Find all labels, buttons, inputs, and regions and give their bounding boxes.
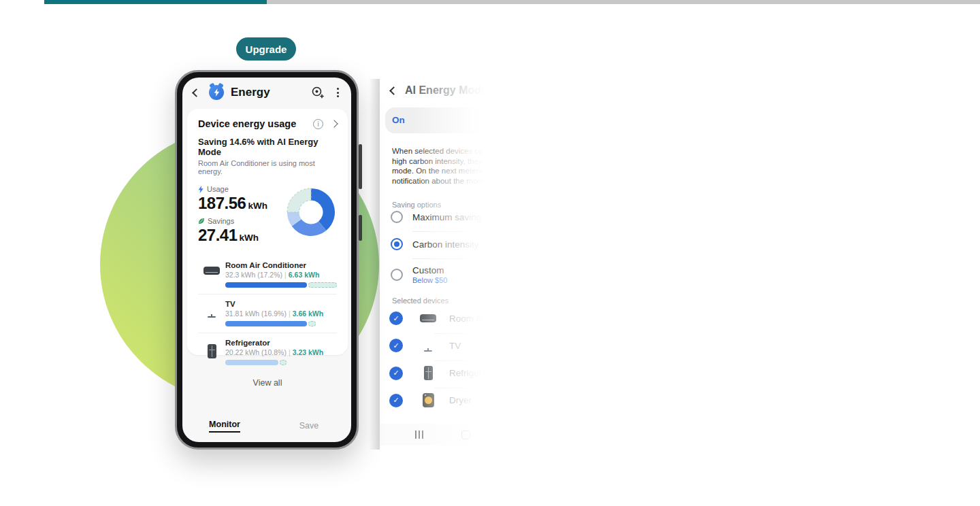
selected-device-dryer[interactable]: ✓Dryer xyxy=(389,393,487,407)
selected-device-room-air-conditioner[interactable]: ✓Room Air Conditioner xyxy=(389,311,487,325)
device-name: Room Air Conditioner xyxy=(225,261,337,269)
selected-device-tv[interactable]: ✓TV xyxy=(389,339,487,352)
radio-icon[interactable] xyxy=(391,211,403,223)
description-line: mode. On the next metering date, y xyxy=(392,166,487,176)
option-custom[interactable]: CustomBelow $50 xyxy=(391,265,487,284)
device-stats: 31.81 kWh (16.9%)|3.66 kWh xyxy=(225,309,337,318)
ai-mode-description: When selected devices operate at a high … xyxy=(392,146,487,186)
bolt-icon xyxy=(198,186,204,193)
device-label: Room Air Conditioner xyxy=(449,314,487,324)
tab-save[interactable]: Save xyxy=(267,415,351,437)
device-usage-list: Room Air Conditioner32.3 kWh (17.2%)|6.6… xyxy=(198,256,337,371)
info-icon[interactable]: i xyxy=(313,119,323,129)
checkmark-icon[interactable]: ✓ xyxy=(389,339,403,352)
card-title: Device energy usage xyxy=(198,118,313,129)
carousel-indicator-inactive[interactable] xyxy=(267,0,980,4)
divider xyxy=(434,388,487,388)
ac-icon xyxy=(203,267,220,275)
energy-app-icon xyxy=(209,85,224,100)
selected-device-refrigerator[interactable]: ✓Refrigerator xyxy=(389,366,487,380)
usage-label-row: Usage xyxy=(198,185,287,193)
chevron-right-icon[interactable] xyxy=(330,120,338,127)
device-label: TV xyxy=(449,341,461,351)
fridge-icon xyxy=(208,344,216,358)
more-menu-icon[interactable] xyxy=(336,86,340,99)
carousel-indicator-active[interactable] xyxy=(44,0,267,4)
card-header[interactable]: Device energy usage i xyxy=(198,118,337,129)
savings-bar-cap xyxy=(308,321,316,326)
ac-icon xyxy=(420,314,436,322)
divider xyxy=(412,258,477,259)
ai-screen-header: AI Energy Mode xyxy=(391,84,487,97)
device-label: Refrigerator xyxy=(449,368,487,378)
device-stats: 20.22 kWh (10.8%)|3.23 kWh xyxy=(225,348,337,356)
home-button-icon[interactable] xyxy=(461,431,470,439)
device-row[interactable]: Refrigerator20.22 kWh (10.8%)|3.23 kWh xyxy=(198,333,337,371)
view-all-button[interactable]: View all xyxy=(198,371,337,388)
device-scan-icon[interactable] xyxy=(311,86,325,99)
savings-value: 27.41kWh xyxy=(198,226,287,245)
tv-icon xyxy=(204,305,219,318)
device-row[interactable]: TV31.81 kWh (16.9%)|3.66 kWh xyxy=(198,294,337,333)
device-energy-usage-card: Device energy usage i Saving 14.6% with … xyxy=(187,109,348,355)
device-name: Refrigerator xyxy=(225,339,337,347)
device-stats: 32.3 kWh (17.2%)|6.63 kWh xyxy=(225,271,337,279)
description-line: When selected devices operate at a xyxy=(392,146,487,156)
leaf-icon xyxy=(198,218,205,224)
divider xyxy=(434,360,487,361)
energy-app-screen: Energy Device energy usage i Saving 14.6… xyxy=(182,78,351,442)
savings-bar-cap xyxy=(280,360,287,365)
selected-devices-label: Selected devices xyxy=(392,297,448,305)
phone-frame: Energy Device energy usage i Saving 14.6… xyxy=(175,70,359,450)
option-maximum-saving[interactable]: Maximum saving xyxy=(391,211,487,223)
tv-icon xyxy=(421,339,436,352)
dryer-icon xyxy=(423,393,434,407)
saving-subline: Room Air Conditioner is using most energ… xyxy=(198,159,337,175)
option-label: Maximum saving xyxy=(412,212,481,222)
tab-monitor[interactable]: Monitor xyxy=(182,415,267,437)
option-carbon-intensity[interactable]: Carbon intensity xyxy=(391,238,487,250)
usage-bar xyxy=(225,360,287,365)
savings-bar-cap xyxy=(308,282,337,288)
back-icon[interactable] xyxy=(389,86,398,95)
volume-button xyxy=(359,144,362,189)
radio-icon[interactable] xyxy=(391,238,403,250)
description-line: high carbon intensity, they run in AI xyxy=(392,156,487,167)
divider xyxy=(434,333,487,334)
description-line: notification about the money you s xyxy=(392,176,487,186)
back-icon[interactable] xyxy=(192,88,201,97)
fridge-icon xyxy=(424,366,433,380)
divider xyxy=(412,231,477,232)
checkmark-icon[interactable]: ✓ xyxy=(389,394,403,407)
saving-headline: Saving 14.6% with AI Energy Mode xyxy=(198,137,337,157)
upgrade-button[interactable]: Upgrade xyxy=(236,37,296,61)
device-row[interactable]: Room Air Conditioner32.3 kWh (17.2%)|6.6… xyxy=(198,256,337,294)
checkmark-icon[interactable]: ✓ xyxy=(389,367,403,380)
usage-bar xyxy=(225,321,316,326)
bottom-tab-bar: MonitorSave xyxy=(182,415,351,437)
app-title: Energy xyxy=(231,86,311,99)
option-sub-label: Below $50 xyxy=(412,276,447,284)
power-button xyxy=(359,215,362,241)
android-nav-bar xyxy=(380,424,487,445)
ai-energy-mode-screen: AI Energy Mode On When selected devices … xyxy=(380,75,487,445)
ai-screen-title: AI Energy Mode xyxy=(405,84,487,97)
usage-bar xyxy=(225,282,337,288)
savings-label-row: Savings xyxy=(198,217,287,225)
saving-options-label: Saving options xyxy=(392,201,441,209)
device-label: Dryer xyxy=(449,395,472,405)
option-label: Custom xyxy=(412,265,447,275)
recents-button-icon[interactable] xyxy=(415,431,423,439)
app-header: Energy xyxy=(182,78,351,107)
energy-donut-chart xyxy=(287,188,336,237)
radio-icon[interactable] xyxy=(391,269,403,281)
donut-segment xyxy=(287,188,311,212)
checkmark-icon[interactable]: ✓ xyxy=(389,311,403,325)
usage-value: 187.56kWh xyxy=(198,194,287,213)
ai-mode-state: On xyxy=(392,115,405,125)
device-name: TV xyxy=(225,300,337,308)
option-label: Carbon intensity xyxy=(412,239,479,250)
